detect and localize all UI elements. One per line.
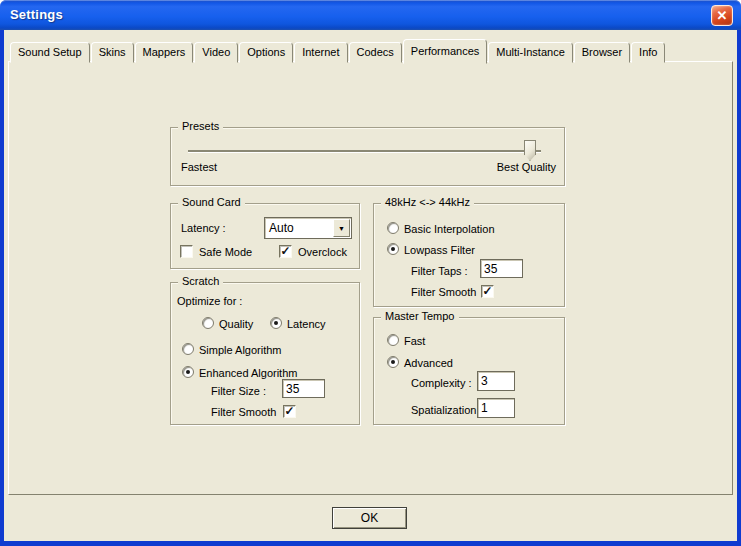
sound-card-group: Sound Card Latency : Auto ▼ Safe Mode ✓ …	[170, 203, 360, 269]
check-icon: ✓	[280, 244, 290, 258]
check-icon: ✓	[482, 284, 492, 298]
latency-radio-label[interactable]: Latency	[287, 318, 326, 330]
filter-smooth-checkbox[interactable]: ✓	[283, 405, 296, 418]
close-button[interactable]: ✕	[711, 5, 733, 26]
basic-interpolation-label[interactable]: Basic Interpolation	[404, 223, 495, 235]
overclock-label[interactable]: Overclock	[298, 246, 347, 258]
tab-performances[interactable]: Performances	[403, 39, 487, 64]
fast-radio-label[interactable]: Fast	[404, 335, 425, 347]
tab-skins[interactable]: Skins	[91, 42, 134, 63]
tab-video[interactable]: Video	[194, 42, 238, 63]
latency-radio[interactable]	[270, 317, 282, 329]
window-title: Settings	[10, 7, 63, 22]
filter-taps-label: Filter Taps :	[411, 265, 468, 277]
optimize-for-label: Optimize for :	[177, 295, 242, 307]
sample-rate-group-title: 48kHz <-> 44kHz	[381, 196, 474, 208]
advanced-radio-label[interactable]: Advanced	[404, 357, 453, 369]
tab-internet[interactable]: Internet	[294, 42, 347, 63]
lowpass-filter-label[interactable]: Lowpass Filter	[404, 244, 475, 256]
filter-taps-input[interactable]	[480, 259, 523, 278]
fast-radio[interactable]	[387, 334, 399, 346]
tab-codecs[interactable]: Codecs	[349, 42, 402, 63]
radio-dot-icon	[274, 321, 278, 325]
presets-slider-thumb[interactable]	[524, 140, 536, 161]
spatialization-label: Spatialization :	[411, 404, 483, 416]
master-tempo-group-title: Master Tempo	[381, 310, 459, 322]
master-tempo-group: Master Tempo Fast Advanced Complexity : …	[373, 317, 565, 425]
presets-max-label: Best Quality	[497, 161, 556, 173]
sample-rate-group: 48kHz <-> 44kHz Basic Interpolation Lowp…	[373, 203, 565, 307]
enhanced-algorithm-radio[interactable]	[182, 366, 194, 378]
latency-dropdown-button[interactable]: ▼	[333, 219, 350, 237]
tab-browser[interactable]: Browser	[574, 42, 630, 63]
basic-interpolation-radio[interactable]	[387, 222, 399, 234]
tab-sound-setup[interactable]: Sound Setup	[10, 42, 90, 63]
tab-multi-instance[interactable]: Multi-Instance	[488, 42, 572, 63]
latency-dropdown[interactable]: Auto ▼	[264, 217, 352, 239]
filter-size-input[interactable]	[282, 379, 325, 398]
settings-window: Settings ✕ Sound Setup Skins Mappers Vid…	[0, 0, 741, 546]
presets-min-label: Fastest	[181, 161, 217, 173]
title-bar[interactable]: Settings ✕	[0, 0, 741, 30]
radio-dot-icon	[391, 247, 395, 251]
enhanced-algorithm-label[interactable]: Enhanced Algorithm	[199, 367, 297, 379]
quality-radio[interactable]	[202, 317, 214, 329]
sound-card-group-title: Sound Card	[178, 196, 245, 208]
complexity-input[interactable]	[477, 371, 515, 391]
sample-filter-smooth-checkbox[interactable]: ✓	[481, 285, 494, 298]
spatialization-input[interactable]	[477, 398, 515, 418]
check-icon: ✓	[284, 404, 294, 418]
radio-dot-icon	[391, 360, 395, 364]
chevron-down-icon: ▼	[338, 225, 345, 232]
presets-slider-track[interactable]	[188, 150, 541, 152]
safe-mode-checkbox[interactable]	[180, 245, 193, 258]
simple-algorithm-radio[interactable]	[182, 343, 194, 355]
complexity-label: Complexity :	[411, 377, 472, 389]
presets-group: Presets Fastest Best Quality	[170, 127, 565, 186]
tab-info[interactable]: Info	[631, 42, 665, 63]
scratch-group: Scratch Optimize for : Quality Latency S…	[170, 282, 360, 425]
simple-algorithm-label[interactable]: Simple Algorithm	[199, 344, 282, 356]
overclock-checkbox[interactable]: ✓	[279, 245, 292, 258]
presets-group-title: Presets	[178, 120, 223, 132]
tab-options[interactable]: Options	[239, 42, 293, 63]
sample-filter-smooth-label: Filter Smooth	[411, 286, 476, 298]
tab-strip: Sound Setup Skins Mappers Video Options …	[10, 38, 666, 63]
filter-size-label: Filter Size :	[211, 385, 266, 397]
quality-radio-label[interactable]: Quality	[219, 318, 253, 330]
scratch-group-title: Scratch	[178, 275, 223, 287]
ok-button[interactable]: OK	[332, 507, 407, 529]
radio-dot-icon	[186, 370, 190, 374]
latency-dropdown-value: Auto	[269, 221, 294, 235]
filter-smooth-label: Filter Smooth	[211, 406, 276, 418]
close-icon: ✕	[717, 8, 728, 23]
tab-mappers[interactable]: Mappers	[135, 42, 194, 63]
advanced-radio[interactable]	[387, 356, 399, 368]
lowpass-filter-radio[interactable]	[387, 243, 399, 255]
latency-label: Latency :	[181, 222, 226, 234]
safe-mode-label[interactable]: Safe Mode	[199, 246, 252, 258]
